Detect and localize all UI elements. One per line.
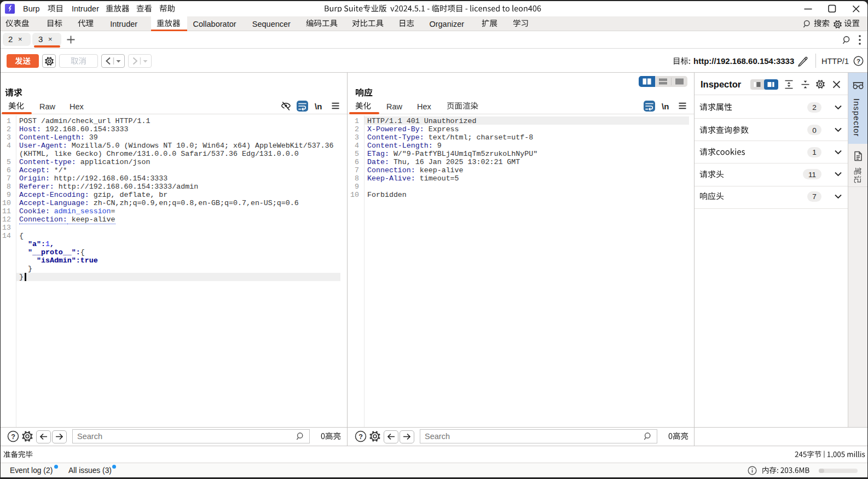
- svg-text:?: ?: [358, 433, 363, 441]
- svg-text:?: ?: [857, 58, 860, 65]
- svg-text:?: ?: [11, 433, 15, 441]
